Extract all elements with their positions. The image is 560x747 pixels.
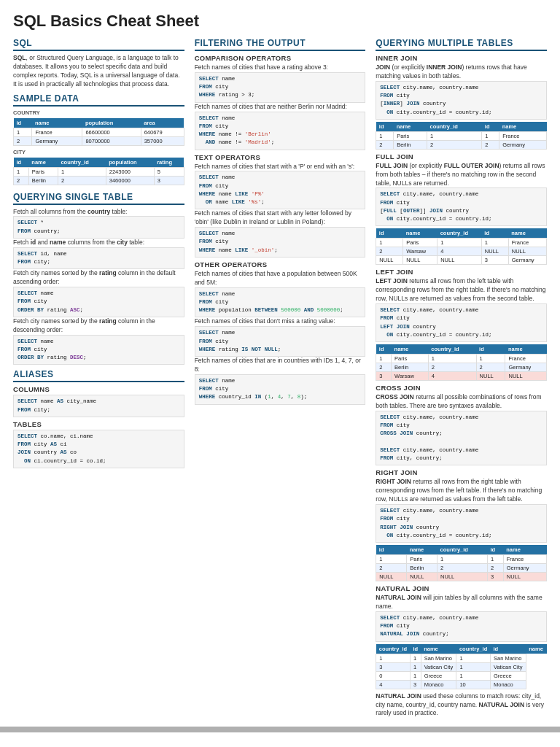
sample-data-title: SAMPLE DATA: [13, 93, 184, 107]
table-row: 2Berlin22Germany: [376, 564, 547, 573]
qs-code2: SELECT id, name FROM city;: [13, 247, 184, 270]
table-row: 1France66600000640679: [14, 128, 184, 136]
left-join-code: SELECT city.name, country.name FROM city…: [376, 303, 547, 342]
filter-code3: SELECT name FROM city WHERE name LIKE 'P…: [195, 171, 366, 209]
comparison-subtitle: COMPARISON OPERATORS: [195, 54, 366, 62]
full-join-title: FULL JOIN: [376, 152, 547, 160]
querying-single-title: QUERYING SINGLE TABLE: [13, 192, 184, 205]
text-ops-subtitle: TEXT OPERATORS: [195, 153, 366, 161]
qs-code1: SELECT * FROM country;: [13, 216, 184, 239]
sql-desc: SQL, or Structured Query Language, is a …: [13, 54, 184, 89]
filter-desc5: Fetch names of cities that have a popula…: [195, 270, 366, 287]
th: id: [14, 118, 32, 128]
sql-section: SQL SQL, or Structured Query Language, i…: [13, 38, 184, 89]
sheet1-grid: SQL SQL, or Structured Query Language, i…: [13, 38, 547, 718]
country-label: COUNTRY: [13, 109, 184, 116]
table-row: 2Berlin234600003: [14, 176, 184, 185]
right-join-code: SELECT city.name, country.name FROM city…: [376, 504, 547, 543]
table-row: 1Paris11France: [376, 355, 547, 363]
full-join-code: SELECT city.name, country.name FROM city…: [376, 187, 547, 226]
filter-desc1: Fetch names of cities that have a rating…: [195, 63, 366, 72]
sheet-2: SQL Basics Cheat Sheet AGGREGATION AND G…: [0, 732, 560, 747]
natural-join-note: NATURAL JOIN used these columns to match…: [376, 692, 547, 719]
table-row: 1Paris122430005: [14, 167, 184, 176]
table-row: 2Warsaw4NULLNULL: [376, 247, 547, 256]
table-row: 2Berlin22Germany: [376, 140, 547, 149]
filter-code6: SELECT name FROM city WHERE rating IS NO…: [195, 326, 366, 357]
aliases-col-code: SELECT name AS city_name FROM city;: [13, 395, 184, 417]
other-ops-subtitle: OTHER OPERATORS: [195, 260, 366, 268]
table-row: 31Vatican City1Vatican City: [376, 662, 547, 671]
table-row: NULLNULLNULL3NULL: [376, 573, 547, 581]
aliases-tbl-code: SELECT co.name, ci.name FROM city AS ci …: [13, 430, 184, 468]
full-join-table: idnamecountry_ididname 1Paris11France 2W…: [376, 228, 547, 265]
th: id: [14, 158, 29, 168]
tables-subtitle: TABLES: [13, 420, 184, 428]
full-join-desc: FULL JOIN (or explicitly FULL OUTER JOIN…: [376, 162, 547, 188]
filter-desc2: Fetch names of cities that are neither B…: [195, 103, 366, 112]
filter-code2: SELECT name FROM city WHERE name != 'Ber…: [195, 112, 366, 150]
th: name: [28, 158, 58, 168]
querying-single-section: QUERYING SINGLE TABLE Fetch all columns …: [13, 192, 184, 365]
sheet-1: SQL Basics Cheat Sheet SQL SQL, or Struc…: [0, 0, 560, 727]
inner-join-code: SELECT city.name, country.name FROM city…: [376, 81, 547, 120]
inner-join-desc: JOIN (or explicitly INNER JOIN) returns …: [376, 63, 547, 81]
th: population: [106, 158, 154, 168]
col2: FILTERING THE OUTPUT COMPARISON OPERATOR…: [195, 38, 366, 718]
filter-desc3: Fetch names of cities that start with a …: [195, 163, 366, 171]
th: country_id: [58, 158, 106, 168]
city-label: CITY: [13, 149, 184, 155]
table-row: 1Paris11France: [376, 131, 547, 140]
aliases-section: ALIASES COLUMNS SELECT name AS city_name…: [13, 369, 184, 468]
table-row: 43Monaco10Monaco: [376, 680, 547, 689]
left-join-desc: LEFT JOIN returns all rows from the left…: [376, 277, 547, 303]
table-row: NULLNULLNULL3Germany: [376, 256, 547, 265]
separator: [0, 727, 560, 732]
querying-multiple-section: QUERYING MULTIPLE TABLES INNER JOIN JOIN…: [376, 38, 547, 718]
columns-subtitle: COLUMNS: [13, 385, 184, 393]
right-join-title: RIGHT JOIN: [376, 468, 547, 476]
qs-code4: SELECT name FROM city ORDER BY rating DE…: [13, 335, 184, 365]
filtering-section: FILTERING THE OUTPUT COMPARISON OPERATOR…: [195, 38, 366, 405]
table-row: 1Paris11France: [376, 555, 547, 564]
qs-desc1: Fetch all columns from the country table…: [13, 208, 184, 217]
natural-join-table: country_ididnamecountry_ididname 11San M…: [376, 644, 547, 689]
page: SQL Basics Cheat Sheet SQL SQL, or Struc…: [0, 0, 560, 747]
aliases-title: ALIASES: [13, 369, 184, 382]
filter-desc7: Fetch names of cities that are in countr…: [195, 357, 366, 374]
qs-desc4: Fetch city names sorted by the rating co…: [13, 317, 184, 335]
table-row: 01Greece1Greece: [376, 671, 547, 680]
filter-code1: SELECT name FROM city WHERE rating > 3;: [195, 72, 366, 103]
right-join-desc: RIGHT JOIN returns all rows from the rig…: [376, 478, 547, 504]
table-row: 2Germany80700000357000: [14, 136, 184, 145]
filter-code5: SELECT name FROM city WHERE population B…: [195, 287, 366, 318]
col3: QUERYING MULTIPLE TABLES INNER JOIN JOIN…: [376, 38, 547, 718]
qs-code3: SELECT name FROM city ORDER BY rating AS…: [13, 287, 184, 317]
left-join-table: idnamecountry_ididname 1Paris11France 2B…: [376, 344, 547, 381]
sql-title: SQL: [13, 38, 184, 51]
cross-join-desc: CROSS JOIN returns all possible combinat…: [376, 393, 547, 411]
table-row: 2Berlin22Germany: [376, 363, 547, 372]
col1: SQL SQL, or Structured Query Language, i…: [13, 38, 184, 718]
table-row: 3Warsaw4NULLNULL: [376, 372, 547, 381]
filtering-title: FILTERING THE OUTPUT: [195, 38, 366, 51]
natural-join-code: SELECT city.name, country.name FROM city…: [376, 611, 547, 642]
inner-join-table: idnamecountry_ididname 1Paris11France 2B…: [376, 122, 547, 150]
table-row: 11San Marino1San Marino: [376, 654, 547, 662]
cross-join-code: SELECT city.name, country.name FROM city…: [376, 411, 547, 466]
querying-multiple-title: QUERYING MULTIPLE TABLES: [376, 38, 547, 51]
inner-join-title: INNER JOIN: [376, 54, 547, 62]
sample-data-section: SAMPLE DATA COUNTRY idnamepopulationarea…: [13, 93, 184, 187]
filter-code7: SELECT name FROM city WHERE country_id I…: [195, 374, 366, 405]
cross-join-title: CROSS JOIN: [376, 384, 547, 392]
qs-desc3: Fetch city names sorted by the rating co…: [13, 269, 184, 287]
sheet2-title: SQL Basics Cheat Sheet: [13, 744, 547, 747]
filter-desc6: Fetch names of cities that don't miss a …: [195, 317, 366, 326]
th: name: [32, 118, 82, 128]
city-table: idnamecountry_idpopulationrating 1Paris1…: [13, 158, 184, 185]
left-join-title: LEFT JOIN: [376, 268, 547, 276]
qs-desc2: Fetch id and name columns from the city …: [13, 239, 184, 247]
th: rating: [154, 158, 184, 168]
table-row: 1Paris11France: [376, 239, 547, 247]
filter-desc4: Fetch names of cities that start with an…: [195, 209, 366, 227]
